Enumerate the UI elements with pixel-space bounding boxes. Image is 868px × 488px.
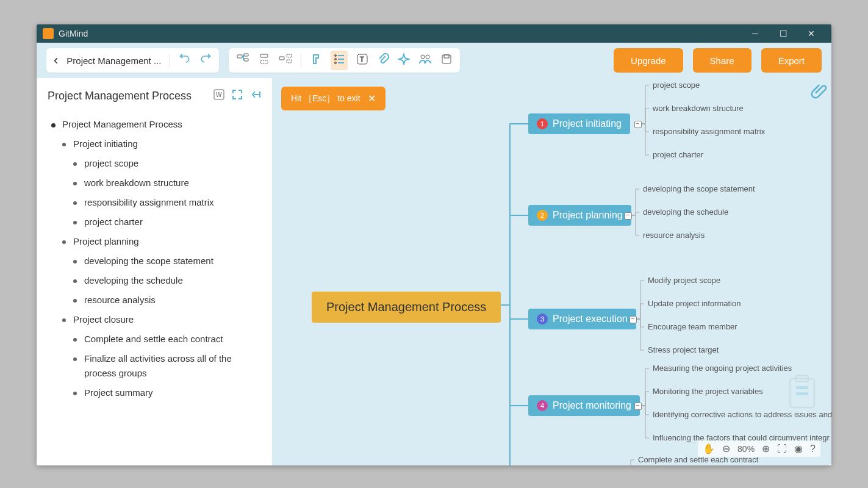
phase-node[interactable]: 4Project monitoring: [528, 395, 640, 416]
outline-phase[interactable]: Project planningdeveloping the scope sta…: [62, 234, 260, 307]
breadcrumb[interactable]: Project Management ...: [66, 56, 161, 66]
node-tool-icon[interactable]: [236, 53, 249, 68]
svg-point-16: [421, 55, 425, 59]
collapse-toggle[interactable]: [634, 121, 642, 128]
outline-tree[interactable]: Project Management ProcessProject initia…: [37, 106, 272, 465]
svg-rect-2: [244, 59, 248, 61]
outline-leaf[interactable]: developing the schedule: [73, 273, 260, 288]
zoom-controls: ✋ ⊖ 80% ⊕ ⛶ ◉ ?: [698, 440, 820, 457]
svg-point-17: [426, 55, 429, 59]
outline-leaf[interactable]: developing the scope statement: [73, 254, 260, 268]
outline-leaf[interactable]: project charter: [73, 215, 260, 229]
redo-button[interactable]: [199, 53, 212, 68]
phase-node[interactable]: 2Project planning: [528, 205, 631, 226]
hand-tool-icon[interactable]: ✋: [703, 443, 715, 454]
zoom-out-button[interactable]: ⊖: [722, 443, 730, 454]
outline-leaf[interactable]: Project summary: [73, 386, 260, 400]
leaf-node[interactable]: Modify project scope: [648, 276, 720, 285]
word-export-icon[interactable]: W: [213, 89, 224, 102]
leaf-node[interactable]: project charter: [653, 150, 703, 159]
zoom-in-button[interactable]: ⊕: [762, 443, 770, 454]
collapse-toggle[interactable]: [625, 212, 632, 220]
clip-decor-icon: [809, 82, 828, 100]
svg-rect-3: [260, 54, 268, 57]
leaf-node[interactable]: responsibility assignment matrix: [653, 127, 765, 136]
help-icon[interactable]: ?: [810, 443, 816, 454]
close-window-button[interactable]: ✕: [797, 29, 825, 38]
divider: [170, 54, 170, 67]
outline-tool-icon[interactable]: [331, 51, 348, 70]
export-button[interactable]: Export: [761, 48, 822, 73]
leaf-node[interactable]: project scope: [653, 81, 700, 90]
leaf-node[interactable]: Monitoring the project variables: [653, 387, 763, 396]
back-button[interactable]: ‹: [54, 52, 58, 68]
leaf-node[interactable]: Stress project target: [648, 345, 719, 354]
undo-button[interactable]: [179, 53, 191, 68]
leaf-node[interactable]: developing the schedule: [643, 207, 728, 217]
titlebar[interactable]: GitMind ─ ☐ ✕: [37, 24, 831, 43]
collapse-toggle[interactable]: [629, 316, 637, 323]
minimize-button[interactable]: ─: [741, 29, 769, 38]
svg-rect-0: [237, 55, 242, 58]
ai-tool-icon[interactable]: [398, 53, 410, 68]
phase-node[interactable]: 3Project execution: [528, 309, 636, 329]
clipboard-decor-icon: [784, 374, 820, 411]
app-logo-icon: [43, 28, 54, 39]
outline-leaf[interactable]: work breakdown structure: [73, 176, 260, 190]
outline-sidebar: Project Management Process W Project Man…: [37, 78, 272, 465]
upgrade-button[interactable]: Upgrade: [614, 48, 683, 73]
phase-node[interactable]: 1Project initiating: [528, 113, 630, 134]
phase-label: Project execution: [553, 314, 628, 325]
toolbar: ‹ Project Management ... T Upgrade Share…: [37, 43, 831, 78]
mindmap-canvas[interactable]: Hit ［Esc］ to exit ✕ Project Management P…: [272, 78, 831, 465]
sibling-tool-icon[interactable]: [258, 53, 270, 68]
outline-leaf[interactable]: responsibility assignment matrix: [73, 195, 260, 210]
zoom-level: 80%: [737, 444, 755, 454]
app-title: GitMind: [59, 29, 741, 38]
attach-tool-icon[interactable]: [377, 53, 389, 68]
share-button[interactable]: Share: [693, 48, 751, 73]
preview-icon[interactable]: ◉: [794, 443, 803, 454]
collapse-sidebar-icon[interactable]: [250, 89, 261, 102]
main-region: Project Management Process W Project Man…: [37, 78, 831, 465]
text-tool-icon[interactable]: T: [356, 53, 368, 68]
format-tool-icon[interactable]: [310, 53, 322, 68]
fullscreen-icon[interactable]: [232, 89, 243, 102]
maximize-button[interactable]: ☐: [769, 29, 797, 38]
save-tool-icon[interactable]: [440, 53, 453, 68]
fit-screen-icon[interactable]: ⛶: [777, 443, 787, 454]
outline-phase[interactable]: Project initiatingproject scopework brea…: [62, 137, 260, 229]
app-window: GitMind ─ ☐ ✕ ‹ Project Management ... T: [37, 24, 831, 465]
svg-point-12: [335, 62, 337, 64]
phase-badge: 4: [537, 400, 548, 411]
svg-rect-4: [260, 60, 268, 63]
mindmap-root-node[interactable]: Project Management Process: [312, 292, 501, 323]
outline-leaf[interactable]: resource analysis: [73, 293, 260, 307]
breadcrumb-panel: ‹ Project Management ...: [46, 48, 219, 73]
leaf-node[interactable]: developing the scope statement: [643, 184, 755, 193]
svg-rect-18: [442, 55, 451, 63]
outline-root[interactable]: Project Management ProcessProject initia…: [51, 117, 260, 400]
leaf-node[interactable]: Update project information: [648, 299, 741, 308]
svg-point-10: [335, 59, 337, 60]
leaf-node[interactable]: resource analysis: [643, 231, 705, 240]
outline-leaf[interactable]: Complete and settle each contract: [73, 332, 260, 346]
child-tool-icon[interactable]: [279, 53, 292, 68]
phase-badge: 2: [537, 210, 548, 221]
outline-phase[interactable]: Project closureComplete and settle each …: [62, 312, 260, 400]
phase-badge: 3: [537, 314, 548, 325]
leaf-node[interactable]: Encourage team member: [648, 322, 737, 331]
outline-leaf[interactable]: project scope: [73, 156, 260, 171]
leaf-node[interactable]: Measuring the ongoing project activities: [653, 364, 792, 373]
sidebar-header: Project Management Process W: [37, 85, 272, 106]
outline-leaf[interactable]: Finalize all activities across all of th…: [73, 351, 260, 381]
collapse-toggle[interactable]: [634, 403, 642, 410]
svg-rect-5: [279, 57, 284, 60]
divider: [301, 54, 301, 67]
svg-point-8: [335, 55, 337, 57]
sidebar-title: Project Management Process: [48, 90, 206, 102]
leaf-node[interactable]: Identifying corrective actions to addres…: [653, 410, 831, 419]
leaf-node[interactable]: work breakdown structure: [653, 104, 744, 113]
collab-tool-icon[interactable]: [418, 53, 432, 68]
phase-label: Project planning: [553, 210, 623, 221]
